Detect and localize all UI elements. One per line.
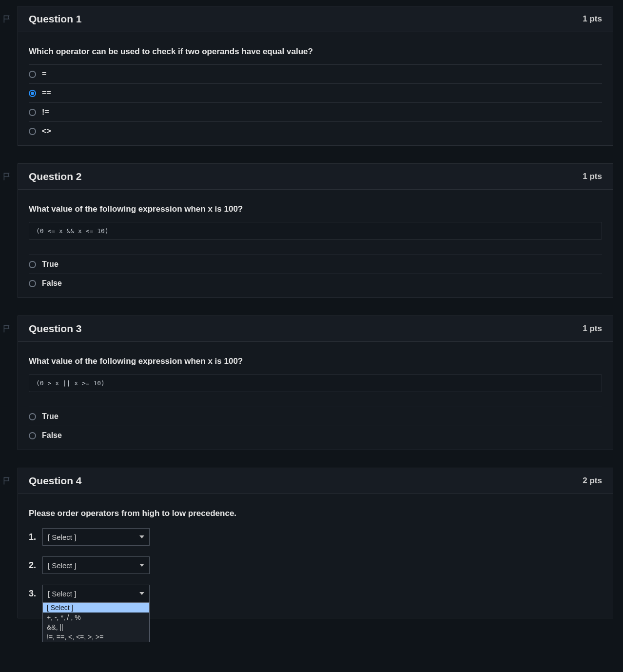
radio-button[interactable] [29,261,36,268]
question-body: Please order operators from high to low … [18,494,613,618]
code-block: (0 > x || x >= 10) [29,374,602,392]
dropdown-option[interactable]: !=, ==, <, <=, >, >= [43,632,149,642]
question-prompt: What value of the following expression w… [29,204,602,214]
answer-label: False [42,279,62,288]
order-row: 3.[ Select ][ Select ]+, -, *, / , %&&, … [29,585,602,602]
answer-label: True [42,260,58,269]
question-body: What value of the following expression w… [18,190,613,297]
question-prompt: Which operator can be used to check if t… [29,47,602,57]
select-wrap: [ Select ] [42,528,150,546]
select-box[interactable]: [ Select ] [42,556,150,574]
question-header: Question 4 2 pts [18,468,613,494]
question-2: Question 21 ptsWhat value of the followi… [18,163,613,298]
answer-option[interactable]: True [29,407,602,426]
answer-option[interactable]: True [29,255,602,274]
question-points: 1 pts [583,14,602,24]
answer-label: = [42,70,46,79]
order-number: 1. [29,532,38,542]
flag-icon[interactable] [2,14,12,24]
answer-label: != [42,108,49,117]
answer-label: == [42,89,51,98]
dropdown-option[interactable]: &&, || [43,622,149,632]
answer-option[interactable]: False [29,274,602,293]
radio-button[interactable] [29,109,36,116]
question-1: Question 11 ptsWhich operator can be use… [18,6,613,146]
radio-button[interactable] [29,90,36,97]
question-header: Question 21 pts [18,164,613,190]
radio-button[interactable] [29,280,36,287]
order-number: 2. [29,560,38,571]
question-header: Question 31 pts [18,316,613,342]
question-title: Question 3 [29,323,82,335]
answer-label: <> [42,127,51,136]
question-prompt: Please order operators from high to low … [29,509,602,518]
question-title: Question 2 [29,171,82,182]
question-points: 1 pts [583,172,602,181]
question-4: Question 4 2 pts Please order operators … [18,468,613,618]
question-title: Question 1 [29,13,82,25]
code-block: (0 <= x && x <= 10) [29,222,602,240]
flag-icon[interactable] [2,476,12,486]
dropdown-option[interactable]: +, -, *, / , % [43,613,149,622]
radio-button[interactable] [29,128,36,135]
answer-list: TrueFalse [29,407,602,445]
question-points: 1 pts [583,324,602,334]
answer-option[interactable]: <> [29,122,602,140]
radio-button[interactable] [29,71,36,78]
select-box[interactable]: [ Select ] [42,585,150,602]
question-3: Question 31 ptsWhat value of the followi… [18,316,613,450]
order-row: 2.[ Select ] [29,556,602,574]
answer-list: ===!=<> [29,64,602,140]
question-body: Which operator can be used to check if t… [18,32,613,145]
select-box[interactable]: [ Select ] [42,528,150,546]
select-wrap: [ Select ] [42,556,150,574]
question-body: What value of the following expression w… [18,342,613,450]
answer-list: TrueFalse [29,255,602,293]
question-points: 2 pts [583,476,602,486]
dropdown-menu: [ Select ]+, -, *, / , %&&, ||!=, ==, <,… [42,602,150,642]
question-header: Question 11 pts [18,6,613,32]
question-prompt: What value of the following expression w… [29,356,602,366]
order-number: 3. [29,589,38,599]
flag-icon[interactable] [2,172,12,181]
radio-button[interactable] [29,432,36,439]
radio-button[interactable] [29,413,36,420]
flag-icon[interactable] [2,324,12,334]
answer-label: True [42,412,58,421]
dropdown-option[interactable]: [ Select ] [43,603,149,613]
question-title: Question 4 [29,475,82,487]
answer-option[interactable]: == [29,84,602,103]
answer-label: False [42,431,62,440]
answer-option[interactable]: False [29,426,602,445]
answer-option[interactable]: = [29,65,602,84]
answer-option[interactable]: != [29,103,602,122]
select-wrap: [ Select ][ Select ]+, -, *, / , %&&, ||… [42,585,150,602]
order-row: 1.[ Select ] [29,528,602,546]
